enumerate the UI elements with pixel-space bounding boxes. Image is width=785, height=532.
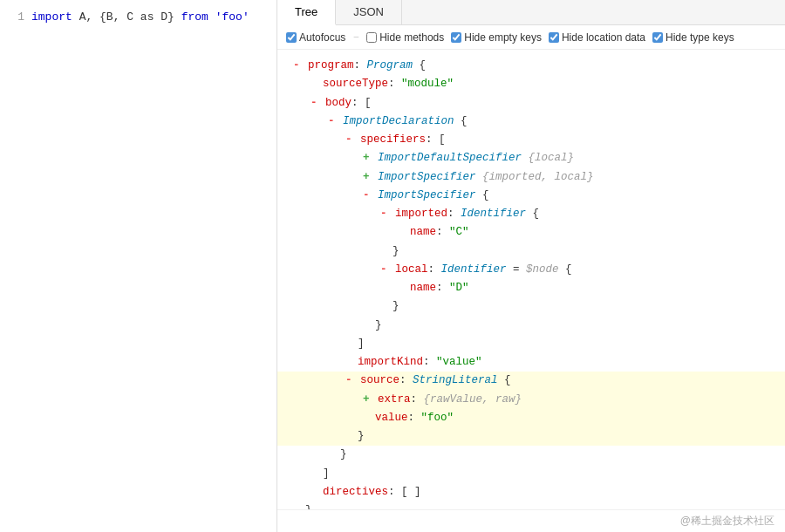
tree-line: }: [277, 501, 785, 509]
tab-json[interactable]: JSON: [336, 0, 402, 24]
toggle-plus[interactable]: +: [363, 393, 376, 406]
token-key: body: [325, 97, 352, 109]
tree-line: name: "C": [277, 223, 785, 242]
options-bar: Autofocus – Hide methods Hide empty keys…: [277, 25, 785, 50]
keyword-from: from: [181, 10, 208, 24]
tree-line: - ImportDeclaration {: [277, 113, 785, 131]
token-key: directives: [323, 486, 388, 498]
token-nodetype: ImportDefaultSpecifier: [378, 152, 522, 164]
token-key: importKind: [358, 356, 423, 368]
checkbox-autofocus[interactable]: [286, 32, 297, 43]
tree-line: + ImportSpecifier {imported, local}: [277, 168, 785, 187]
token-meta: {local}: [529, 152, 575, 164]
token-plain: ]: [358, 338, 365, 350]
token-plain: {: [476, 189, 489, 201]
toggle-minus[interactable]: -: [293, 59, 306, 72]
token-key: extra: [378, 393, 411, 406]
option-hide-type-keys-label: Hide type keys: [666, 31, 734, 44]
token-key: name: [410, 282, 436, 294]
token-key: imported: [395, 208, 447, 220]
toggle-minus[interactable]: -: [345, 133, 358, 146]
toggle-minus[interactable]: -: [380, 208, 393, 220]
token-string: "D": [449, 282, 469, 294]
ast-tree: - program: Program {sourceType: "module"…: [277, 50, 785, 509]
token-string: "C": [449, 226, 469, 238]
token-plain: {: [559, 263, 572, 276]
tab-tree[interactable]: Tree: [277, 0, 336, 25]
option-autofocus[interactable]: Autofocus: [286, 31, 345, 44]
token-nodetype: Identifier: [461, 208, 526, 220]
checkbox-hide-type-keys[interactable]: [652, 32, 663, 43]
token-nodetype: ImportDeclaration: [343, 115, 454, 127]
option-hide-empty-keys[interactable]: Hide empty keys: [451, 31, 542, 44]
tree-line: }: [277, 317, 785, 335]
tree-line: - source: StringLiteral {: [277, 372, 785, 390]
string-foo: 'foo': [215, 10, 249, 24]
token-key: source: [360, 374, 399, 386]
token-string: "value": [436, 356, 482, 368]
toggle-minus[interactable]: -: [311, 97, 324, 109]
token-plain: :: [428, 263, 441, 276]
option-hide-methods[interactable]: Hide methods: [366, 31, 444, 44]
token-plain: }: [340, 448, 347, 460]
tree-line: importKind: "value": [277, 353, 785, 372]
code-line-1: 1 import A, {B, C as D} from 'foo': [0, 7, 276, 28]
token-key: value: [375, 412, 408, 424]
token-plain: ]: [323, 467, 330, 480]
code-content-1: import A, {B, C as D} from 'foo': [31, 9, 249, 26]
token-plain: : [: [352, 97, 372, 109]
token-plain: }: [358, 430, 365, 442]
token-plain: {: [526, 208, 539, 220]
checkbox-hide-location-data[interactable]: [549, 32, 559, 43]
option-hide-location-data[interactable]: Hide location data: [549, 31, 645, 44]
toggle-plus[interactable]: +: [363, 171, 376, 183]
token-plain: =: [507, 263, 527, 276]
token-plain: :: [411, 393, 424, 406]
tree-line: - program: Program {: [277, 57, 785, 75]
toggle-plus[interactable]: +: [363, 152, 376, 164]
token-plain: :: [436, 282, 449, 294]
toggle-minus[interactable]: -: [328, 115, 341, 127]
option-hide-location-data-label: Hide location data: [562, 31, 645, 44]
checkbox-hide-empty-keys[interactable]: [451, 32, 461, 43]
token-meta: {rawValue, raw}: [424, 393, 522, 406]
option-hide-methods-label: Hide methods: [379, 31, 444, 44]
token-meta: {imported, local}: [482, 171, 594, 183]
token-plain: :: [399, 374, 413, 386]
watermark: @稀土掘金技术社区: [277, 509, 785, 532]
tree-line: }: [277, 242, 785, 261]
token-plain: :: [423, 356, 436, 368]
option-hide-type-keys[interactable]: Hide type keys: [652, 31, 734, 44]
tab-bar: Tree JSON: [277, 0, 785, 25]
token-nodetype: ImportSpecifier: [378, 189, 476, 201]
tree-line: + extra: {rawValue, raw}: [277, 391, 785, 409]
toggle-minus[interactable]: -: [380, 263, 393, 276]
token-nodetype: Program: [367, 59, 413, 72]
token-plain: :: [354, 59, 367, 72]
checkbox-hide-methods[interactable]: [366, 32, 377, 43]
toggle-minus[interactable]: -: [345, 374, 358, 386]
tree-line: - specifiers: [: [277, 131, 785, 149]
tree-line: - ImportSpecifier {: [277, 187, 785, 205]
token-key: program: [308, 59, 354, 72]
option-autofocus-label: Autofocus: [299, 31, 345, 44]
tree-line: - local: Identifier = $node {: [277, 261, 785, 279]
token-plain: }: [392, 300, 399, 312]
keyword-import: import: [31, 10, 72, 24]
token-key: sourceType: [323, 78, 388, 90]
token-nodetype: ImportSpecifier: [378, 171, 476, 183]
toggle-minus[interactable]: -: [363, 189, 376, 201]
token-nodetype: Identifier: [441, 263, 507, 276]
token-plain: :: [408, 412, 421, 424]
tree-line: }: [277, 446, 785, 464]
token-key: name: [410, 226, 436, 238]
tree-line: + ImportDefaultSpecifier {local}: [277, 149, 785, 167]
line-number-1: 1: [7, 9, 24, 26]
token-plain: {: [413, 59, 426, 72]
token-meta: $node: [526, 263, 559, 276]
token-key: specifiers: [360, 133, 426, 146]
token-plain: }: [392, 245, 399, 257]
tree-line: name: "D": [277, 279, 785, 297]
token-plain: [476, 171, 483, 183]
option-hide-empty-keys-label: Hide empty keys: [464, 31, 542, 44]
